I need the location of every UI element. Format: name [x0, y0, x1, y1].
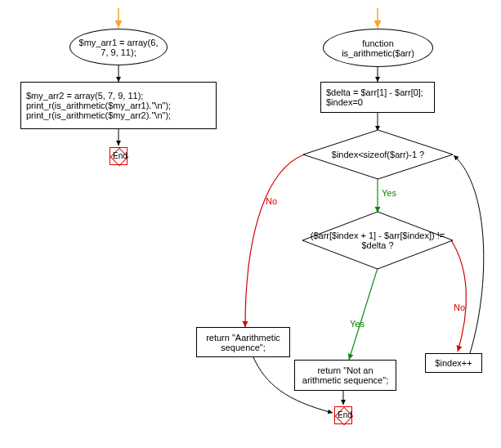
process-text-left: $my_arr2 = array(5, 7, 9, 11); print_r(i…	[26, 91, 171, 120]
svg-line-7	[349, 268, 378, 360]
init-text: $delta = $arr[1] - $arr[0]; $index=0	[326, 87, 423, 107]
start-ellipse-left: $my_arr1 = array(6, 7, 9, 11);	[69, 29, 168, 65]
return-b-text: return "Not an arithmetic sequence";	[300, 365, 391, 385]
return-a-rect: return "Aarithmetic sequence";	[196, 327, 290, 357]
return-b-rect: return "Not an arithmetic sequence";	[294, 360, 396, 391]
init-rect: $delta = $arr[1] - $arr[0]; $index=0	[320, 82, 435, 113]
decision-cond2: ($arr[$index + 1] - $arr[$index]) != $de…	[302, 211, 454, 270]
cond1-text: $index<sizeof($arr)-1 ?	[332, 150, 424, 159]
increment-text: $index++	[435, 358, 472, 368]
return-a-text: return "Aarithmetic sequence";	[202, 333, 284, 352]
process-rect-left: $my_arr2 = array(5, 7, 9, 11); print_r(i…	[20, 82, 217, 129]
start-text-left: $my_arr1 = array(6, 7, 9, 11);	[75, 38, 162, 57]
end-label-right: End	[338, 410, 352, 419]
cond1-no-label: No	[266, 196, 277, 206]
decision-cond1: $index<sizeof($arr)-1 ?	[302, 129, 454, 180]
func-text: function is_arithmetic($arr)	[329, 38, 427, 58]
cond2-text: ($arr[$index + 1] - $arr[$index]) != $de…	[308, 231, 447, 250]
increment-rect: $index++	[425, 353, 482, 373]
cond1-yes-label: Yes	[382, 188, 396, 198]
func-ellipse: function is_arithmetic($arr)	[323, 29, 433, 67]
cond2-no-label: No	[454, 302, 465, 312]
end-label-left: End	[113, 151, 127, 160]
cond2-yes-label: Yes	[350, 319, 365, 329]
